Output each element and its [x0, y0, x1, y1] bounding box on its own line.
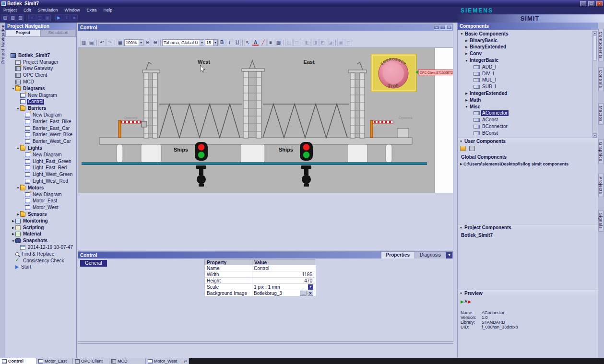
nav-item-botlek-simit7[interactable]: Botlek_Simit7 — [5, 52, 76, 59]
bold-button[interactable]: B — [218, 39, 225, 46]
menu-item-window[interactable]: Window — [61, 8, 83, 12]
line-width-icon[interactable]: ≡ — [267, 39, 274, 46]
props-tab-dropdown-icon[interactable]: ▼ — [446, 252, 452, 258]
scrollbar-thumb[interactable] — [593, 35, 597, 60]
user-components-path-item[interactable]: ▶ C:\Users\siemens\Desktop\isilog simit … — [458, 160, 598, 166]
side-tab-components[interactable]: Components — [598, 29, 604, 61]
global-components-item[interactable]: Global Components — [458, 153, 598, 160]
property-value[interactable]: Botlekbrug_3...X — [252, 290, 315, 296]
expand-icon[interactable]: ▶ — [16, 212, 20, 216]
nav-item-barrier-west-car[interactable]: Barrier_West_Car — [5, 138, 76, 145]
font-size-select[interactable]: 15▾ — [205, 39, 218, 46]
tab-properties[interactable]: Properties — [381, 252, 415, 258]
menu-item-extra[interactable]: Extra — [83, 8, 100, 12]
taskbar-tab-control[interactable]: Control — [0, 358, 36, 364]
zoom-out-icon[interactable]: ⊖ — [144, 39, 151, 46]
line-color-icon[interactable]: ╱ — [260, 39, 267, 46]
expand-icon[interactable]: ▶ — [11, 232, 15, 236]
taskbar-overflow-icon[interactable]: ⇄ — [182, 358, 189, 364]
minimize-button[interactable]: – — [580, 1, 586, 6]
collapse-icon[interactable]: ▼ — [16, 147, 20, 150]
nav-item-motor-west[interactable]: Motor_West — [5, 204, 76, 211]
component-aconnector[interactable]: AConnector — [459, 110, 592, 117]
combo-arrow-icon[interactable]: ▾ — [213, 40, 217, 46]
menu-item-edit[interactable]: Edit — [20, 8, 35, 12]
collapse-icon[interactable]: ▼ — [16, 107, 20, 110]
taskbar-tab-motor-east[interactable]: Motor_East — [36, 358, 73, 364]
control-canvas[interactable]: Opened Opened West East Ships Ships — [78, 47, 453, 192]
nav-item-scripting[interactable]: ▶Scripting — [5, 224, 76, 231]
browse-button[interactable]: ... — [300, 291, 307, 296]
scroll-down-icon[interactable]: ▼ — [593, 133, 597, 137]
menu-item-project[interactable]: Project — [0, 8, 20, 12]
taskbar-tab-opc-client[interactable]: OPC Client — [73, 358, 109, 364]
side-tab-signals[interactable]: Signals — [598, 210, 604, 232]
expand-icon[interactable]: ▶ — [459, 162, 463, 166]
nav-item-new-diagram[interactable]: New Diagram — [5, 152, 76, 158]
collapse-icon[interactable]: ▼ — [464, 105, 469, 108]
component-basic-components[interactable]: ▼Basic Components — [459, 31, 592, 37]
component-bconst[interactable]: BConst — [459, 130, 592, 137]
scroll-up-icon[interactable]: ▲ — [593, 31, 597, 35]
nav-item-2014-12-19-10-07-47[interactable]: 2014-12-19 10-07-47 — [5, 244, 76, 251]
pointer-tool-icon[interactable]: ↖ — [244, 39, 251, 46]
taskbar-tab-motor-west[interactable]: Motor_West — [146, 358, 182, 364]
ship-traffic-light-east[interactable] — [300, 142, 313, 161]
taskbar-tab-mcd[interactable]: MCD — [109, 358, 146, 364]
nav-item-lights[interactable]: ▼Lights — [5, 145, 76, 152]
property-value[interactable]: 1 pix : 1 mm▾ — [252, 284, 315, 290]
ship-traffic-light-west[interactable] — [195, 142, 208, 161]
component-mul-i[interactable]: MUL_I — [459, 77, 592, 84]
maximize-button[interactable]: □ — [588, 1, 594, 6]
component-conv[interactable]: ▶Conv — [459, 50, 592, 57]
nav-item-barriers[interactable]: ▼Barriers — [5, 105, 76, 112]
side-tab-graphics[interactable]: Graphics — [598, 139, 604, 164]
component-bconnector[interactable]: BConnector — [459, 123, 592, 130]
component-div-i[interactable]: DIV_I — [459, 70, 592, 77]
tab-diagnosis[interactable]: Diagnosis — [415, 252, 446, 258]
expand-icon[interactable]: ▶ — [11, 226, 15, 230]
nav-item-light-west-red[interactable]: Light_West_Red — [5, 178, 76, 185]
collapse-icon[interactable]: ▼ — [460, 32, 464, 35]
side-tab-project-navigation[interactable]: Project Navigation — [0, 24, 5, 64]
nav-item-new-diagram[interactable]: New Diagram — [5, 191, 76, 198]
nav-item-project-manager[interactable]: Project Manager — [5, 59, 76, 66]
start-simulation-icon[interactable]: ▶ — [55, 14, 62, 21]
component-misc[interactable]: ▼Misc — [459, 104, 592, 110]
grid-icon[interactable]: ▦ — [117, 39, 124, 46]
component-integerbasic[interactable]: ▼IntegerBasic — [459, 57, 592, 64]
component-sub-i[interactable]: SUB_I — [459, 83, 592, 90]
property-value[interactable]: 1195 — [252, 271, 315, 278]
component-binaryextended[interactable]: ▶BinaryExtended — [459, 44, 592, 51]
save-icon[interactable]: ▥ — [80, 39, 87, 46]
nav-item-opc-client[interactable]: OPC Client — [5, 72, 76, 79]
nav-item-diagrams[interactable]: ▼Diagrams — [5, 85, 76, 92]
side-tab-projects[interactable]: Projects — [598, 174, 604, 197]
expand-icon[interactable]: ▶ — [464, 39, 469, 43]
doc-close-button[interactable]: × — [446, 25, 452, 30]
menu-item-help[interactable]: Help — [100, 8, 116, 12]
collapse-icon[interactable]: ▼ — [459, 226, 463, 229]
project-components-section-header[interactable]: ▼ Project Components — [458, 224, 598, 231]
open-project-icon[interactable]: ▨ — [9, 14, 16, 21]
collapse-icon[interactable]: ▼ — [11, 87, 15, 90]
side-tab-macros[interactable]: Macros — [598, 103, 604, 125]
clear-button[interactable]: X — [308, 291, 313, 296]
nav-item-new-diagram[interactable]: New Diagram — [5, 92, 76, 99]
nav-item-light-east-green[interactable]: Light_East_Green — [5, 158, 76, 165]
project-components-item[interactable]: Botlek_Simit7 — [458, 231, 598, 238]
nav-item-material[interactable]: ▶Material — [5, 231, 76, 238]
nav-item-barrier-east-bike[interactable]: Barrier_East_Bike — [5, 118, 76, 125]
collapse-icon[interactable]: ▼ — [464, 59, 469, 62]
preview-section-header[interactable]: ▼ Preview — [458, 290, 598, 296]
opc-client-tag[interactable]: OPC Client S71500ET2... — [415, 70, 453, 75]
fill-color-icon[interactable]: ▨ — [275, 39, 282, 46]
italic-button[interactable]: I — [226, 39, 233, 46]
nav-item-barrier-west-bike[interactable]: Barrier_West_Bike — [5, 132, 76, 139]
zoom-select[interactable]: 100%▾ — [124, 39, 143, 46]
collapse-icon[interactable]: ▼ — [11, 239, 15, 243]
component-binarybasic[interactable]: ▶BinaryBasic — [459, 37, 592, 44]
close-button[interactable]: × — [596, 1, 603, 6]
nav-item-snapshots[interactable]: ▼Snapshots — [5, 237, 76, 244]
emergency-stop-button[interactable]: EMERGENCY STOP — [371, 54, 417, 92]
